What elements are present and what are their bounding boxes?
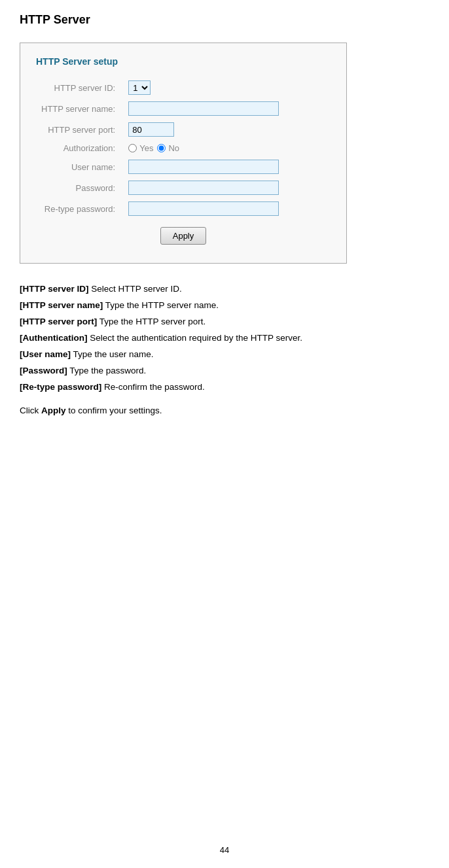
- click-note-prefix: Click: [20, 406, 41, 415]
- authorization-row: Authorization: Yes No: [36, 140, 284, 156]
- description-block: [HTTP server ID] Select HTTP server ID. …: [20, 282, 429, 395]
- form-table: HTTP server ID: 1 2 3 4 HTTP server name…: [36, 77, 284, 219]
- auth-yes-label: Yes: [139, 143, 153, 153]
- desc-retype-password-field: [Re-type password]: [20, 382, 101, 392]
- password-row: Password:: [36, 177, 284, 198]
- server-id-select[interactable]: 1 2 3 4: [128, 80, 151, 95]
- retype-password-row: Re-type password:: [36, 198, 284, 219]
- server-name-label: HTTP server name:: [36, 98, 123, 119]
- server-name-row: HTTP server name:: [36, 98, 284, 119]
- auth-yes-option[interactable]: Yes: [128, 143, 153, 153]
- desc-server-id-field: [HTTP server ID]: [20, 284, 89, 294]
- auth-no-radio[interactable]: [157, 144, 166, 152]
- user-name-label: User name:: [36, 156, 123, 177]
- setup-box: HTTP Server setup HTTP server ID: 1 2 3 …: [20, 43, 347, 264]
- desc-authentication: [Authentication] Select the authenticati…: [20, 331, 429, 346]
- desc-server-id: [HTTP server ID] Select HTTP server ID.: [20, 282, 429, 297]
- authorization-label: Authorization:: [36, 140, 123, 156]
- desc-server-name: [HTTP server name] Type the HTTP server …: [20, 298, 429, 313]
- click-note-suffix: to confirm your settings.: [66, 406, 162, 415]
- desc-user-name: [User name] Type the user name.: [20, 347, 429, 362]
- click-note-apply: Apply: [41, 406, 66, 415]
- desc-password: [Password] Type the password.: [20, 364, 429, 379]
- server-name-input[interactable]: [128, 101, 279, 116]
- desc-retype-password: [Re-type password] Re-confirm the passwo…: [20, 380, 429, 395]
- auth-no-option[interactable]: No: [157, 143, 179, 153]
- authorization-radio-group: Yes No: [128, 143, 279, 153]
- server-port-input[interactable]: [128, 122, 174, 137]
- server-port-label: HTTP server port:: [36, 119, 123, 140]
- auth-no-label: No: [168, 143, 179, 153]
- page-title: HTTP Server: [20, 13, 429, 27]
- user-name-input[interactable]: [128, 160, 279, 174]
- desc-authentication-field: [Authentication]: [20, 333, 88, 343]
- apply-row: Apply: [36, 227, 331, 245]
- setup-section-title: HTTP Server setup: [36, 56, 331, 67]
- user-name-row: User name:: [36, 156, 284, 177]
- desc-user-name-field: [User name]: [20, 349, 71, 359]
- desc-server-port-field: [HTTP server port]: [20, 317, 97, 326]
- password-label: Password:: [36, 177, 123, 198]
- click-note: Click Apply to confirm your settings.: [20, 406, 429, 415]
- apply-button[interactable]: Apply: [160, 227, 207, 245]
- server-id-row: HTTP server ID: 1 2 3 4: [36, 77, 284, 98]
- desc-password-field: [Password]: [20, 366, 67, 375]
- server-port-row: HTTP server port:: [36, 119, 284, 140]
- retype-password-input[interactable]: [128, 201, 279, 216]
- desc-server-name-field: [HTTP server name]: [20, 300, 103, 310]
- desc-server-port: [HTTP server port] Type the HTTP server …: [20, 315, 429, 330]
- retype-password-label: Re-type password:: [36, 198, 123, 219]
- password-input[interactable]: [128, 181, 279, 195]
- auth-yes-radio[interactable]: [128, 144, 137, 152]
- page-number: 44: [220, 845, 229, 855]
- server-id-label: HTTP server ID:: [36, 77, 123, 98]
